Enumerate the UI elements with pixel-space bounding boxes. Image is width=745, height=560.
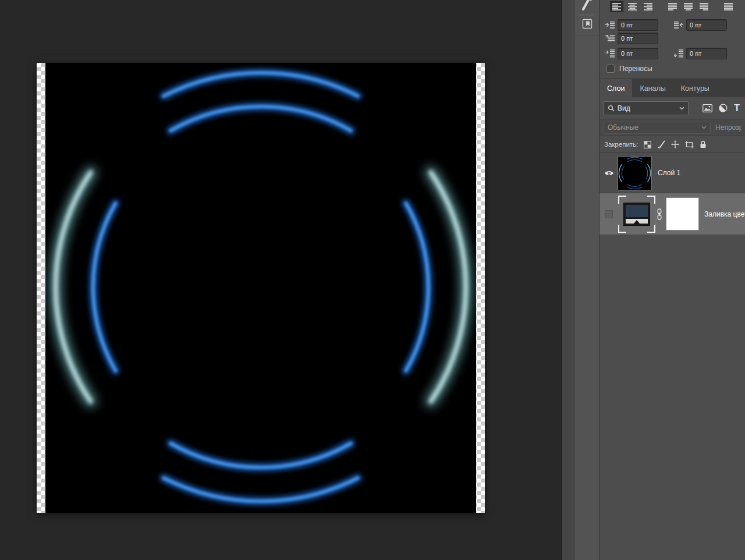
layer-name[interactable]: Заливка цвето (704, 210, 745, 218)
fill-slider-marker (634, 220, 640, 224)
mask-link[interactable] (655, 208, 664, 220)
filter-kind-buttons: T (703, 104, 741, 113)
indent-left-input[interactable] (618, 19, 658, 31)
eye-icon (604, 170, 614, 176)
type-layer-icon: T (734, 104, 740, 113)
indent-left-icon (605, 22, 615, 29)
blend-mode-select[interactable]: Обычные (604, 122, 711, 134)
layer-thumbnail[interactable] (618, 157, 651, 190)
justify-all-icon (724, 3, 733, 10)
align-right-button[interactable] (641, 1, 655, 12)
first-line-indent-input[interactable] (618, 33, 658, 44)
selection-bracket (618, 196, 626, 204)
opacity-label: Непрозр (715, 123, 741, 132)
image-icon (703, 104, 712, 112)
move-arrows-icon (671, 140, 679, 148)
tab-layers[interactable]: Слои (599, 79, 632, 97)
libraries-panel-icon (581, 18, 593, 30)
justify-last-left-icon (668, 3, 677, 10)
right-panel: Переносы Слои Каналы Контуры Вид (599, 0, 745, 560)
lock-transparency-button[interactable] (644, 141, 651, 148)
justify-all-button[interactable] (722, 1, 735, 12)
space-after-field-group (674, 48, 727, 59)
lock-artboard-button[interactable] (685, 141, 694, 148)
panel-tab-bar: Слои Каналы Контуры (599, 79, 745, 97)
lock-label: Закрепить: (604, 141, 638, 148)
checkerboard-icon (644, 141, 651, 148)
justify-last-center-button[interactable] (682, 1, 695, 12)
layer-mask-thumbnail[interactable] (666, 198, 698, 230)
align-center-icon (628, 3, 637, 10)
chevron-down-icon (701, 126, 707, 129)
brush-icon (657, 140, 665, 148)
photoshop-workspace: Переносы Слои Каналы Контуры Вид (0, 0, 745, 560)
artboard-frame-icon (685, 141, 694, 148)
align-right-icon (644, 3, 652, 10)
tab-paths[interactable]: Контуры (673, 79, 717, 97)
color-fill-thumbnail[interactable] (623, 203, 650, 226)
brush-tool-icon (580, 0, 594, 12)
selection-bracket (618, 225, 626, 233)
first-line-indent-icon (605, 35, 615, 42)
lock-all-button[interactable] (700, 140, 707, 148)
blend-opacity-row: Обычные Непрозр (599, 119, 745, 136)
adjustment-half-circle-icon (719, 104, 728, 112)
visibility-toggle[interactable] (599, 210, 618, 218)
dock-faint-label (579, 14, 594, 16)
link-chain-icon (657, 208, 662, 220)
space-before-input[interactable] (618, 48, 658, 59)
lock-pixels-button[interactable] (657, 140, 665, 148)
chevron-down-icon (679, 107, 684, 110)
space-after-input[interactable] (686, 48, 727, 59)
lock-position-button[interactable] (671, 140, 679, 148)
filter-select-value: Вид (618, 104, 630, 112)
selection-bracket (647, 196, 655, 204)
fill-color-swatch (626, 205, 648, 217)
justify-last-right-icon (700, 3, 708, 10)
hyphenate-row: Переносы (606, 65, 652, 73)
layer-thumbnail-art (618, 157, 651, 190)
panel-dock-strip (562, 0, 576, 560)
filter-adjustment-layers-button[interactable] (719, 104, 728, 112)
tab-channels[interactable]: Каналы (632, 79, 673, 97)
document-canvas[interactable] (37, 63, 485, 513)
indent-right-field-group (674, 19, 727, 31)
space-before-field-group (605, 48, 658, 59)
space-after-icon (674, 49, 683, 58)
layers-list: Слой 1 (599, 153, 745, 235)
filter-type-layers-button[interactable]: T (734, 104, 740, 113)
indent-right-icon (674, 22, 683, 29)
align-left-icon (612, 3, 621, 10)
blend-mode-value: Обычные (608, 123, 638, 132)
align-center-button[interactable] (626, 1, 639, 12)
layer-filter-select[interactable]: Вид (604, 101, 689, 115)
selection-bracket (647, 225, 655, 233)
first-line-indent-field-group (605, 33, 658, 44)
collapsed-panel-dock (575, 0, 599, 560)
fill-layer-target[interactable] (618, 196, 655, 233)
hyphenate-checkbox[interactable] (606, 65, 615, 73)
indent-right-input[interactable] (686, 19, 727, 31)
layer-filter-row: Вид (599, 97, 745, 119)
visibility-toggle[interactable] (599, 170, 618, 176)
layer-row-2[interactable]: Заливка цвето (599, 193, 745, 235)
layer-name[interactable]: Слой 1 (658, 169, 680, 177)
filter-pixel-layers-button[interactable] (703, 104, 712, 112)
hyphenate-label: Переносы (619, 65, 652, 73)
dock-tool-button[interactable] (575, 0, 599, 12)
paragraph-alignment-row (610, 1, 735, 12)
justify-last-left-button[interactable] (666, 1, 679, 12)
justify-last-right-button[interactable] (697, 1, 711, 12)
glow-rings-artwork (45, 63, 476, 513)
lock-row: Закрепить: (599, 136, 745, 153)
eye-hidden-box (605, 210, 613, 218)
space-before-icon (605, 49, 615, 58)
lock-icon (700, 140, 707, 148)
align-left-button[interactable] (610, 1, 623, 12)
indent-left-field-group (605, 19, 658, 31)
paragraph-panel: Переносы (599, 0, 745, 79)
layer-row-1[interactable]: Слой 1 (599, 153, 745, 193)
dock-libraries-button[interactable] (575, 12, 599, 36)
artwork-image (45, 63, 476, 513)
justify-last-center-icon (684, 3, 693, 10)
